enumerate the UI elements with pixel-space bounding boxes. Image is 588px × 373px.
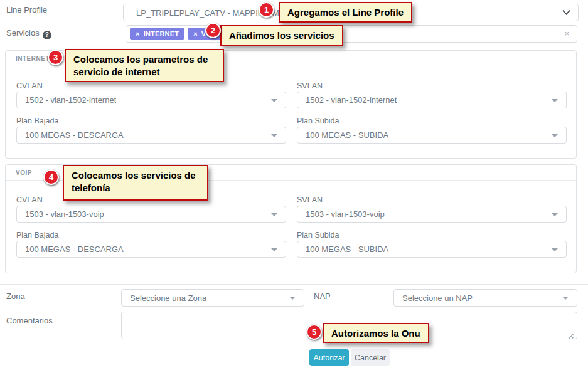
help-icon[interactable]: ? [43,31,51,39]
step-badge-4: 4 [43,169,59,185]
callout-2: Añadimos los servicios [220,25,343,46]
services-multiselect[interactable]: × INTERNET × VOIP × [126,25,577,43]
resize-handle-icon[interactable] [568,333,574,339]
plan-subida-label: Plan Subida [297,117,339,125]
line-profile-label: Line Profile [6,5,47,14]
page: Line Profile LP_TRIPLEPLAY_CATV - MAPPIN… [0,0,588,373]
callout-1: Agregamos el Line Profile [279,2,412,23]
step-badge-3: 3 [48,50,63,65]
dropdown-arrow-icon [271,213,277,219]
voip-plan-bajada-select[interactable]: 100 MEGAS - DESCARGA [16,241,286,258]
nap-label: NAP [314,292,331,301]
dropdown-arrow-icon [552,248,558,255]
step-badge-2: 2 [205,23,221,38]
zona-label: Zona [6,292,25,301]
services-label: Servicios? [6,28,51,39]
service-tag-internet[interactable]: × INTERNET [130,28,184,40]
zona-select[interactable]: Seleccione una Zona [121,289,304,307]
cvlan-label: CVLAN [16,81,43,90]
remove-tag-icon[interactable]: × [136,30,140,38]
voip-svlan-select[interactable]: 1503 - vlan-1503-voip [297,206,567,223]
dropdown-arrow-icon [562,297,569,303]
step-badge-5: 5 [306,324,322,340]
nap-select[interactable]: Seleccione un NAP [393,289,577,307]
cvlan-label: CVLAN [16,196,43,204]
remove-tag-icon[interactable]: × [193,30,198,38]
dropdown-arrow-icon [552,213,558,219]
chevron-down-icon [562,7,570,15]
dropdown-arrow-icon [552,134,558,140]
internet-cvlan-select[interactable]: 1502 - vlan-1502-internet [16,92,286,108]
service-tag-label: INTERNET [144,30,179,38]
comentarios-label: Comentarios [6,316,53,325]
internet-plan-subida-select[interactable]: 100 MEGAS - SUBIDA [297,127,567,144]
dropdown-arrow-icon [271,248,277,255]
internet-plan-bajada-select[interactable]: 100 MEGAS - DESCARGA [16,127,286,144]
callout-5: Autorizamos la Onu [323,323,429,343]
dropdown-arrow-icon [289,297,296,303]
internet-panel-title: INTERNET [16,55,50,62]
svlan-label: SVLAN [297,196,323,204]
svlan-label: SVLAN [297,81,323,90]
divider [0,284,588,285]
dropdown-arrow-icon [271,134,277,140]
voip-panel-title: VOIP [16,169,32,176]
dropdown-arrow-icon [271,99,277,105]
callout-3: Colocamos los parametros de servicio de … [65,49,224,82]
callout-4: Colocamos los servicios de telefonía [63,165,208,201]
plan-bajada-label: Plan Bajada [16,117,58,125]
clear-field-icon[interactable]: × [565,29,569,38]
autorizar-button[interactable]: Autorizar [309,349,349,366]
cancelar-button[interactable]: Cancelar [351,349,390,366]
dropdown-arrow-icon [552,99,558,105]
voip-plan-subida-select[interactable]: 100 MEGAS - SUBIDA [297,241,567,258]
voip-cvlan-select[interactable]: 1503 - vlan-1503-voip [16,206,286,223]
step-badge-1: 1 [259,2,274,18]
internet-svlan-select[interactable]: 1502 - vlan-1502-internet [297,92,567,108]
plan-subida-label: Plan Subida [297,231,339,239]
plan-bajada-label: Plan Bajada [16,231,58,239]
